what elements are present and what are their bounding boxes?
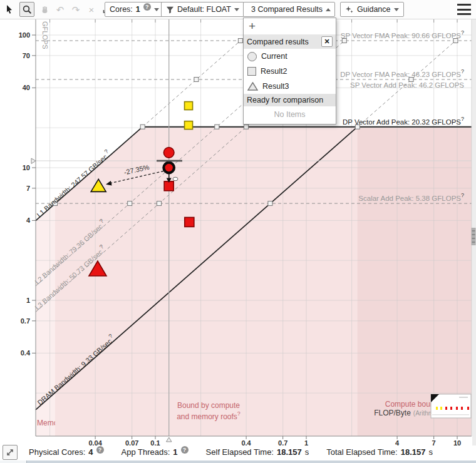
roofline-regions — [36, 127, 472, 436]
resize-grip[interactable] — [472, 228, 476, 245]
roofline-handle — [194, 78, 199, 82]
y-tick-label: 40 — [23, 84, 30, 91]
toolbar: ↶ ↷ × Cores:1? Default: FLOAT 3 Compared… — [0, 0, 476, 19]
roofline-chart[interactable]: 0.040.070.10.40.7147100.40.7147104070100… — [0, 19, 476, 448]
y-tick-label: 1 — [26, 297, 30, 304]
roofline-label-sp-vector-add: SP Vector Add Peak: 46.2 GFLOPS — [350, 81, 464, 89]
compared-item-label: Current — [261, 52, 287, 61]
minimap[interactable] — [431, 394, 471, 418]
help-question-icon[interactable]: ? — [237, 410, 241, 417]
help-icon[interactable]: ? — [143, 3, 151, 11]
bottom-scroll-strip[interactable] — [0, 460, 476, 463]
help-question-icon[interactable]: ? — [461, 192, 464, 198]
cores-value: 1 — [136, 5, 140, 14]
data-point[interactable] — [185, 121, 193, 130]
y-tick-label: 70 — [23, 52, 30, 59]
circle-marker-icon — [247, 52, 257, 61]
roofline-handle — [238, 39, 242, 43]
data-point-selected[interactable] — [163, 163, 174, 173]
select-cursor-icon[interactable] — [4, 4, 15, 15]
square-marker-icon — [247, 67, 256, 76]
help-question-icon[interactable]: ? — [461, 68, 464, 74]
data-point[interactable] — [164, 181, 173, 191]
total-elapsed-time-field: Total Elapsed Time:18.157s — [326, 447, 433, 457]
help-question-icon[interactable]: ? — [461, 116, 464, 122]
selected-point-marker-bar — [157, 160, 182, 162]
redo-icon[interactable]: ↷ — [70, 4, 81, 15]
close-icon[interactable]: ✕ — [321, 36, 333, 47]
y-tick-label: 0.7 — [21, 317, 30, 325]
roofline-handle — [268, 201, 272, 206]
chevron-down-icon — [234, 8, 239, 11]
compared-results-header-label: Compared results — [247, 38, 309, 46]
roofline-handle — [140, 125, 145, 129]
pan-hand-icon[interactable] — [39, 4, 50, 15]
triangle-marker-icon — [247, 82, 258, 91]
compared-result-item-current[interactable]: Current — [244, 49, 336, 64]
roofline-handle — [244, 125, 249, 129]
y-tick-label: 4 — [26, 216, 31, 224]
filter-label: Default: FLOAT — [177, 5, 231, 14]
cores-label: Cores: — [110, 5, 133, 14]
region-label-mixed-line1: Bound by compute — [177, 401, 240, 410]
compared-results-panel: + Compared results ✕ Current Result2 Res… — [243, 18, 336, 125]
compared-results-header: Compared results ✕ — [244, 34, 336, 49]
minimap-text-placeholder — [459, 397, 468, 398]
guidance-label: Guidance — [357, 5, 391, 14]
help-question-icon[interactable]: ? — [461, 29, 464, 36]
compared-results-label: 3 Compared Results — [251, 5, 323, 14]
undo-icon[interactable]: ↶ — [54, 4, 66, 15]
compared-item-label: Result3 — [262, 82, 289, 91]
cancel-icon[interactable]: × — [86, 4, 97, 15]
y-tick-label: 7 — [26, 185, 30, 192]
cores-button[interactable]: Cores:1? — [105, 2, 164, 17]
compared-result-item-result3[interactable]: Result3 — [244, 79, 336, 94]
empty-list-label: No Items — [244, 106, 336, 124]
chevron-down-icon — [394, 8, 399, 11]
compared-item-label: Result2 — [261, 67, 287, 76]
y-axis-title: GFLOPS — [41, 21, 49, 49]
status-bar: Physical Cores:4? App Threads:1? Self El… — [0, 445, 476, 460]
y-tick-label: 0.4 — [21, 349, 31, 357]
help-icon[interactable]: ? — [96, 446, 104, 454]
physical-cores-field: Physical Cores:4? — [29, 447, 104, 457]
expand-view-button[interactable] — [3, 445, 18, 460]
ready-for-comparison-header: Ready for comparison — [244, 94, 336, 106]
guidance-button[interactable]: Guidance — [340, 2, 404, 17]
region-compute-bound — [358, 127, 472, 436]
chevron-down-icon — [154, 8, 159, 11]
chevron-up-icon — [326, 8, 331, 11]
roofline-handle — [215, 125, 219, 129]
filter-funnel-icon — [166, 6, 174, 14]
add-result-button[interactable]: + — [244, 18, 336, 34]
data-point[interactable] — [185, 217, 194, 226]
expand-icon — [6, 448, 14, 457]
self-elapsed-time-field: Self Elapsed Time:18.157s — [206, 447, 309, 457]
data-point[interactable] — [163, 148, 174, 158]
y-tick-label: 100 — [19, 31, 30, 39]
y-tick-label: 10 — [23, 164, 30, 171]
guidance-sparkle-icon — [345, 5, 354, 14]
minimap-axis — [432, 414, 469, 415]
region-label-mixed-line2: and memory roofs? — [177, 410, 241, 421]
zoom-tool-button[interactable] — [19, 2, 34, 17]
compared-results-button[interactable]: 3 Compared Results — [243, 2, 335, 17]
roofline-handle — [157, 201, 162, 206]
roofline-view: ↶ ↷ × Cores:1? Default: FLOAT 3 Compared… — [0, 0, 476, 463]
filter-button[interactable]: Default: FLOAT — [161, 2, 244, 17]
roofline-handle — [128, 201, 132, 206]
data-point[interactable] — [185, 102, 193, 110]
loop-marker-ellipse — [173, 177, 178, 181]
app-threads-field: App Threads:1? — [122, 447, 189, 457]
menu-hamburger-icon[interactable] — [457, 4, 471, 15]
help-icon[interactable]: ? — [181, 446, 189, 454]
compared-result-item-result2[interactable]: Result2 — [244, 64, 336, 79]
